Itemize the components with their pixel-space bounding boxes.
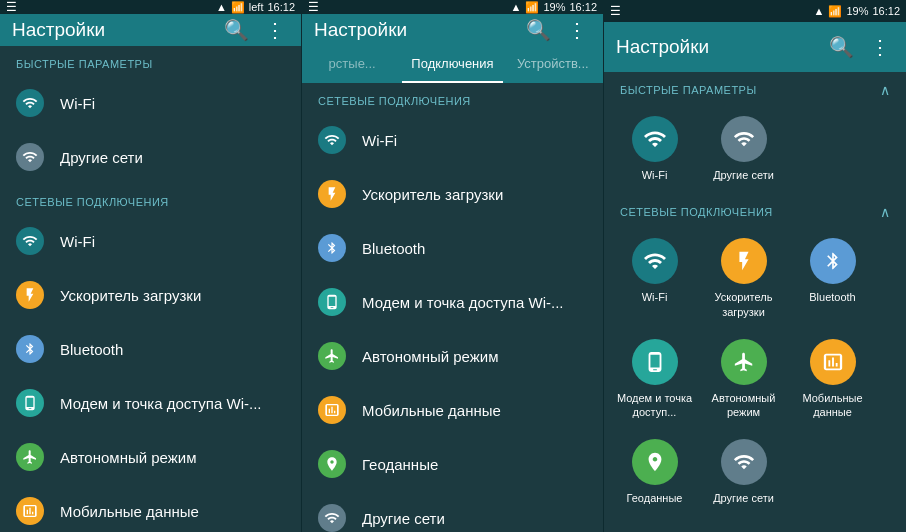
status-right-info-middle: ▲ 📶 19% 16:12 [511,1,597,14]
list-item-mobile-data-middle[interactable]: Мобильные данные [302,383,603,437]
list-item-mobile-data-left[interactable]: Мобильные данные [0,484,301,532]
quick-settings-header-right: БЫСТРЫЕ ПАРАМЕТРЫ ∧ [604,72,906,104]
middle-panel: ☰ ▲ 📶 19% 16:12 Настройки 🔍 ⋮ рстые... П… [302,0,604,532]
bluetooth-label-left: Bluetooth [60,341,123,358]
quick-settings-label-right: БЫСТРЫЕ ПАРАМЕТРЫ [620,84,757,96]
page-title-right: Настройки [616,36,817,58]
network-section-label-right: СЕТЕВЫЕ ПОДКЛЮЧЕНИЯ [620,206,773,218]
toolbar-middle: Настройки 🔍 ⋮ [302,14,603,46]
grid-wifi-net-label-right: Wi-Fi [642,290,668,304]
list-item-other-net-left[interactable]: Другие сети [0,130,301,184]
notification-icon-middle: ☰ [308,0,319,14]
accelerator-label-left: Ускоритель загрузки [60,287,201,304]
grid-item-accelerator-net-right[interactable]: Ускоритель загрузки [701,230,786,327]
battery-text-middle: 19% [543,1,565,13]
list-item-wifi-middle[interactable]: Wi-Fi [302,113,603,167]
battery-text: left [249,1,264,13]
other-net-icon-middle [318,504,346,532]
list-item-geo-middle[interactable]: Геоданные [302,437,603,491]
grid-mobile-data-label-right: Мобильные данные [794,391,871,420]
grid-item-other-net-quick-right[interactable]: Другие сети [701,108,786,190]
grid-item-modem-right[interactable]: Модем и точка доступ... [612,331,697,428]
signal-icon: 📶 [231,1,245,14]
wifi-net-icon-left [16,227,44,255]
accelerator-icon-middle [318,180,346,208]
grid-mobile-data-icon-right [810,339,856,385]
list-item-wifi-net-left[interactable]: Wi-Fi [0,214,301,268]
grid-accelerator-label-right: Ускоритель загрузки [705,290,782,319]
more-icon-middle[interactable]: ⋮ [563,14,591,46]
modem-icon-left [16,389,44,417]
tabs-bar: рстые... Подключения Устройств... [302,46,603,83]
modem-label-middle: Модем и точка доступа Wi-... [362,294,563,311]
tab-devices[interactable]: Устройств... [503,46,603,83]
modem-label-left: Модем и точка доступа Wi-... [60,395,261,412]
wifi-net-label-left: Wi-Fi [60,233,95,250]
wifi-status-icon-middle: ▲ [511,1,522,13]
wifi-icon-middle [318,126,346,154]
right-panel: ☰ ▲ 📶 19% 16:12 Настройки 🔍 ⋮ БЫСТРЫЕ ПА… [604,0,906,532]
grid-item-geo-right[interactable]: Геоданные [612,431,697,513]
grid-geo-icon-right [632,439,678,485]
network-section-header-left: СЕТЕВЫЕ ПОДКЛЮЧЕНИЯ [0,184,301,214]
grid-item-airplane-right[interactable]: Автономный режим [701,331,786,428]
search-icon-middle[interactable]: 🔍 [522,14,555,46]
airplane-icon-left [16,443,44,471]
status-bar-middle: ☰ ▲ 📶 19% 16:12 [302,0,603,14]
list-item-accelerator-middle[interactable]: Ускоритель загрузки [302,167,603,221]
more-icon[interactable]: ⋮ [261,14,289,46]
more-icon-right[interactable]: ⋮ [866,31,894,63]
grid-item-bluetooth-right[interactable]: Bluetooth [790,230,875,327]
wifi-label-middle: Wi-Fi [362,132,397,149]
mobile-data-label-middle: Мобильные данные [362,402,501,419]
toolbar-left: Настройки 🔍 ⋮ [0,14,301,46]
search-icon-right[interactable]: 🔍 [825,31,858,63]
grid-other-net-quick-icon-right [721,116,767,162]
network-section-arrow-right[interactable]: ∧ [880,204,890,220]
status-left-icons: ☰ [6,0,17,14]
list-item-accelerator-left[interactable]: Ускоритель загрузки [0,268,301,322]
list-item-modem-middle[interactable]: Модем и точка доступа Wi-... [302,275,603,329]
wifi-status-icon-right: ▲ [814,5,825,17]
signal-icon-right: 📶 [828,5,842,18]
other-net-icon-left [16,143,44,171]
list-item-modem-left[interactable]: Модем и точка доступа Wi-... [0,376,301,430]
grid-airplane-icon-right [721,339,767,385]
list-item-bluetooth-left[interactable]: Bluetooth [0,322,301,376]
list-item-wifi-quick-left[interactable]: Wi-Fi [0,76,301,130]
tab-connections[interactable]: Подключения [402,46,502,83]
network-grid-right: Wi-Fi Ускоритель загрузки Bluetooth Моде… [604,226,906,517]
grid-other-net-icon-right [721,439,767,485]
other-net-label-middle: Другие сети [362,510,445,527]
grid-item-wifi-net-right[interactable]: Wi-Fi [612,230,697,327]
notification-icon: ☰ [6,0,17,14]
grid-item-other-net-right[interactable]: Другие сети [701,431,786,513]
grid-item-mobile-data-right[interactable]: Мобильные данные [790,331,875,428]
other-net-label-left: Другие сети [60,149,143,166]
wifi-quick-label-left: Wi-Fi [60,95,95,112]
status-left-icons-middle: ☰ [308,0,319,14]
toolbar-right: Настройки 🔍 ⋮ [604,22,906,72]
list-item-other-net-middle[interactable]: Другие сети [302,491,603,532]
search-icon[interactable]: 🔍 [220,14,253,46]
status-right-info: ▲ 📶 left 16:12 [216,1,295,14]
tab-quick[interactable]: рстые... [302,46,402,83]
left-panel: ☰ ▲ 📶 left 16:12 Настройки 🔍 ⋮ БЫСТРЫЕ П… [0,0,302,532]
airplane-label-left: Автономный режим [60,449,196,466]
grid-wifi-quick-label-right: Wi-Fi [642,168,668,182]
list-item-airplane-left[interactable]: Автономный режим [0,430,301,484]
geo-icon-middle [318,450,346,478]
grid-bluetooth-label-right: Bluetooth [809,290,855,304]
quick-settings-arrow-right[interactable]: ∧ [880,82,890,98]
modem-icon-middle [318,288,346,316]
grid-item-wifi-quick-right[interactable]: Wi-Fi [612,108,697,190]
grid-other-net-quick-label-right: Другие сети [713,168,774,182]
grid-accelerator-icon-right [721,238,767,284]
list-item-bluetooth-middle[interactable]: Bluetooth [302,221,603,275]
airplane-label-middle: Автономный режим [362,348,498,365]
list-item-airplane-middle[interactable]: Автономный режим [302,329,603,383]
signal-icon-middle: 📶 [525,1,539,14]
network-section-header-right: СЕТЕВЫЕ ПОДКЛЮЧЕНИЯ ∧ [604,194,906,226]
time-display: 16:12 [267,1,295,13]
accelerator-icon-left [16,281,44,309]
